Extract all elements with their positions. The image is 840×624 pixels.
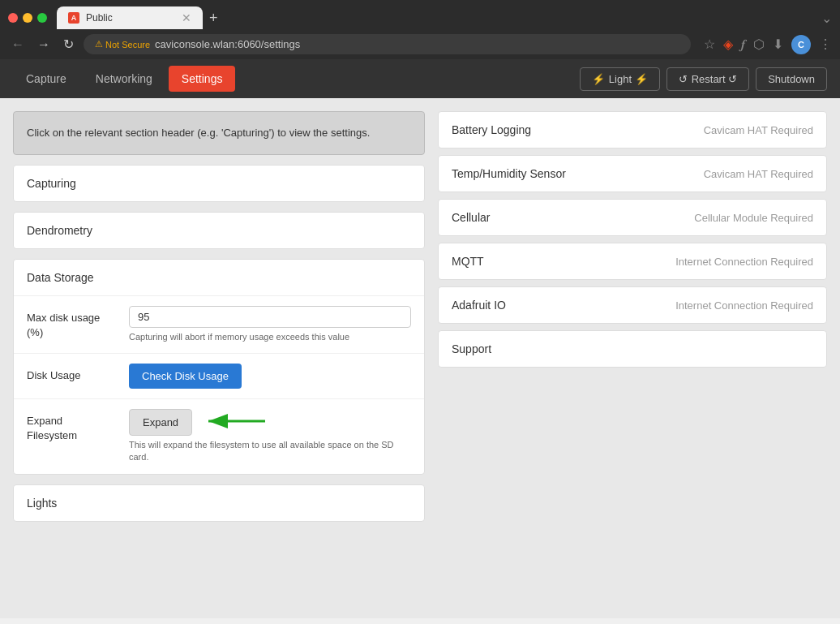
- new-tab-button[interactable]: +: [209, 10, 218, 27]
- capturing-section-header[interactable]: Capturing: [13, 165, 425, 202]
- bookmark-icon[interactable]: ☆: [704, 37, 715, 52]
- address-bar: ← → ↻ ⚠ Not Secure caviconsole.wlan:6060…: [0, 29, 840, 59]
- browser-chrome: A Public ✕ + ⌄ ← → ↻ ⚠ Not Secure cavico…: [0, 0, 840, 59]
- expand-filesystem-row: ExpandFilesystem Expand: [14, 399, 424, 474]
- cellular-card: Cellular Cellular Module Required: [438, 199, 827, 236]
- disk-usage-control: Check Disk Usage: [129, 364, 411, 389]
- max-disk-input[interactable]: [129, 306, 411, 328]
- expand-filesystem-control: Expand This will expand the filesystem t…: [129, 409, 411, 464]
- browser-toolbar: ☆ ◈ 𝒇 ⬡ ⬇ C ⋮: [704, 35, 832, 54]
- restart-icon: ↺: [679, 73, 688, 85]
- data-storage-title[interactable]: Data Storage: [14, 260, 424, 296]
- max-disk-usage-row: Max disk usage(%) Capturing will abort i…: [14, 296, 424, 354]
- url-bar[interactable]: ⚠ Not Secure caviconsole.wlan:6060/setti…: [84, 34, 691, 54]
- max-disk-label: Max disk usage(%): [27, 306, 116, 340]
- battery-logging-status: Cavicam HAT Required: [704, 124, 813, 136]
- expand-button[interactable]: Expand: [129, 409, 192, 436]
- disk-usage-row: Disk Usage Check Disk Usage: [14, 354, 424, 399]
- battery-logging-name: Battery Logging: [452, 123, 531, 136]
- cellular-name: Cellular: [452, 211, 490, 224]
- left-panel: Click on the relevant section header (e.…: [13, 111, 425, 605]
- temp-humidity-name: Temp/Humidity Sensor: [452, 167, 566, 180]
- max-disk-hint: Capturing will abort if memory usage exc…: [129, 331, 411, 343]
- forward-button[interactable]: →: [34, 36, 54, 54]
- right-panel: Battery Logging Cavicam HAT Required Tem…: [438, 111, 827, 605]
- temp-humidity-status: Cavicam HAT Required: [704, 168, 813, 180]
- app-nav-tabs: Capture Networking Settings: [13, 66, 235, 92]
- mqtt-card: MQTT Internet Connection Required: [438, 243, 827, 280]
- chrome-menu-icon[interactable]: ⋮: [819, 37, 832, 52]
- close-dot[interactable]: [8, 13, 18, 23]
- expand-hint: This will expand the filesystem to use a…: [129, 439, 411, 464]
- lights-section-header[interactable]: Lights: [13, 484, 425, 522]
- tab-title: Public: [86, 12, 175, 24]
- adafruit-io-name: Adafruit IO: [452, 299, 506, 312]
- info-box-text: Click on the relevant section header (e.…: [27, 127, 370, 139]
- mqtt-status: Internet Connection Required: [675, 256, 813, 268]
- adafruit-io-status: Internet Connection Required: [675, 299, 813, 312]
- profile-avatar[interactable]: C: [791, 35, 811, 54]
- shutdown-button[interactable]: Shutdown: [756, 67, 827, 91]
- header-action-buttons: ⚡ Light ⚡ ↺ Restart ↺ Shutdown: [580, 67, 827, 91]
- temp-humidity-card: Temp/Humidity Sensor Cavicam HAT Require…: [438, 155, 827, 192]
- support-name: Support: [452, 342, 491, 355]
- download-icon[interactable]: ⬇: [773, 37, 783, 52]
- active-tab[interactable]: A Public ✕: [57, 6, 203, 29]
- minimize-dot[interactable]: [23, 13, 32, 23]
- tab-capture[interactable]: Capture: [13, 66, 79, 92]
- main-content: Click on the relevant section header (e.…: [0, 98, 840, 618]
- tab-networking[interactable]: Networking: [83, 66, 165, 92]
- reload-button[interactable]: ↻: [60, 35, 77, 54]
- adafruit-io-card: Adafruit IO Internet Connection Required: [438, 286, 827, 324]
- disk-usage-label: Disk Usage: [27, 364, 116, 383]
- window-controls: [8, 13, 47, 23]
- app-header: Capture Networking Settings ⚡ Light ⚡ ↺ …: [0, 59, 840, 98]
- extensions-icon[interactable]: ⬡: [753, 37, 765, 52]
- light-button[interactable]: ⚡ Light ⚡: [580, 67, 660, 91]
- mqtt-name: MQTT: [452, 255, 484, 268]
- expand-row: Expand: [129, 409, 411, 436]
- light-icon: ⚡: [592, 73, 605, 85]
- tab-bar: A Public ✕ + ⌄: [0, 0, 840, 29]
- max-disk-control: Capturing will abort if memory usage exc…: [129, 306, 411, 343]
- info-box: Click on the relevant section header (e.…: [13, 111, 425, 155]
- cellular-status: Cellular Module Required: [694, 212, 813, 224]
- back-button[interactable]: ←: [8, 36, 28, 54]
- url-text: caviconsole.wlan:6060/settings: [155, 38, 300, 50]
- arrow-indicator-icon: [202, 409, 267, 433]
- dendrometry-section-header[interactable]: Dendrometry: [13, 212, 425, 249]
- expand-filesystem-label: ExpandFilesystem: [27, 409, 116, 443]
- data-storage-section: Data Storage Max disk usage(%) Capturing…: [13, 259, 425, 475]
- battery-logging-card: Battery Logging Cavicam HAT Required: [438, 111, 827, 148]
- check-disk-usage-button[interactable]: Check Disk Usage: [129, 364, 242, 389]
- restart-button[interactable]: ↺ Restart ↺: [666, 67, 750, 91]
- tab-close-button[interactable]: ✕: [182, 11, 191, 24]
- tab-settings[interactable]: Settings: [169, 66, 236, 92]
- maximize-dot[interactable]: [37, 13, 47, 23]
- password-icon[interactable]: 𝒇: [741, 37, 745, 52]
- support-card: Support: [438, 330, 827, 368]
- security-indicator: ⚠ Not Secure: [95, 39, 150, 49]
- tab-more-button[interactable]: ⌄: [821, 11, 832, 26]
- extension-color-icon[interactable]: ◈: [723, 37, 733, 52]
- tab-favicon: A: [68, 12, 79, 24]
